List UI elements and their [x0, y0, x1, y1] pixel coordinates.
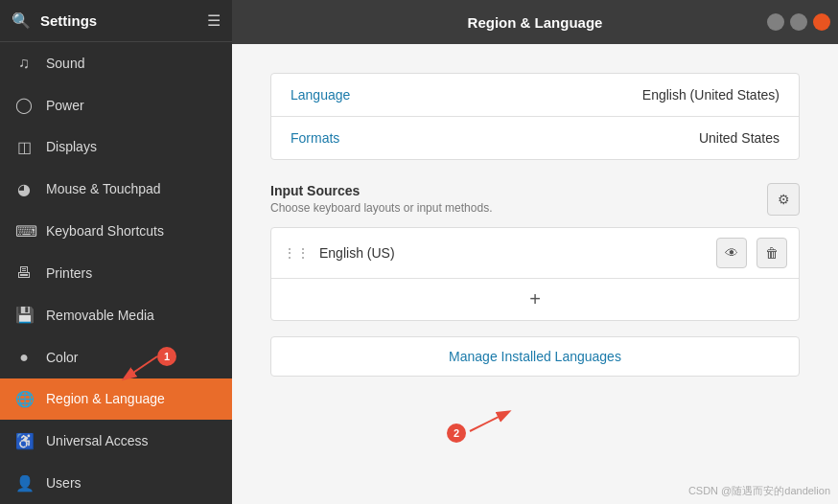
- minimize-button[interactable]: –: [767, 13, 784, 31]
- keyboard-icon: ⌨: [15, 222, 33, 241]
- section-title-group: Input Sources Choose keyboard layouts or…: [270, 183, 767, 215]
- add-input-source-button[interactable]: +: [271, 279, 799, 320]
- sidebar-item-label: Sound: [46, 56, 84, 71]
- language-formats-card: Language English (United States) Formats…: [270, 73, 800, 160]
- page-title: Region & Language: [468, 14, 603, 31]
- view-input-source-button[interactable]: 👁: [716, 238, 747, 268]
- sidebar-item-label: Removable Media: [46, 308, 154, 323]
- app-title: Settings: [40, 12, 198, 29]
- sidebar-item-color[interactable]: ● Color: [0, 336, 232, 378]
- input-sources-settings-button[interactable]: ⚙: [767, 183, 800, 216]
- sidebar-item-sound[interactable]: ♫ Sound: [0, 42, 232, 84]
- content-area: Language English (United States) Formats…: [232, 44, 838, 504]
- input-sources-subtitle: Choose keyboard layouts or input methods…: [270, 201, 767, 215]
- close-button[interactable]: ✕: [813, 13, 830, 31]
- language-row[interactable]: Language English (United States): [271, 74, 799, 117]
- sidebar-item-region[interactable]: 🌐 Region & Language: [0, 378, 232, 421]
- search-icon[interactable]: 🔍: [12, 11, 31, 30]
- sidebar-item-keyboard[interactable]: ⌨ Keyboard Shortcuts: [0, 210, 232, 252]
- sidebar-item-label: Power: [46, 98, 84, 113]
- drag-handle-icon: ⋮⋮: [283, 245, 310, 261]
- sidebar-header: 🔍 Settings ☰: [0, 0, 232, 42]
- language-value: English (United States): [642, 87, 780, 103]
- sidebar-item-label: Users: [46, 475, 81, 491]
- sidebar-item-label: Printers: [46, 265, 92, 281]
- gear-icon: ⚙: [778, 192, 790, 207]
- sidebar-item-universal[interactable]: ♿ Universal Access: [0, 420, 232, 462]
- remove-input-source-button[interactable]: 🗑: [757, 238, 787, 268]
- region-icon: 🌐: [15, 390, 33, 408]
- input-sources-card: ⋮⋮ English (US) 👁 🗑 +: [270, 227, 800, 321]
- sidebar-item-label: Keyboard Shortcuts: [46, 223, 164, 239]
- printer-icon: 🖶: [15, 264, 33, 282]
- formats-row[interactable]: Formats United States: [271, 117, 799, 159]
- sidebar-item-power[interactable]: ◯ Power: [0, 84, 232, 126]
- mouse-icon: ◕: [15, 180, 33, 198]
- formats-label: Formats: [291, 130, 699, 146]
- users-icon: 👤: [15, 474, 33, 493]
- trash-icon: 🗑: [765, 245, 779, 261]
- add-icon: +: [529, 288, 541, 310]
- input-sources-header: Input Sources Choose keyboard layouts or…: [270, 183, 800, 216]
- main-header: Region & Language – □ ✕: [232, 0, 838, 44]
- sidebar-item-removable[interactable]: 💾 Removable Media: [0, 294, 232, 336]
- sidebar-item-printers[interactable]: 🖶 Printers: [0, 252, 232, 294]
- sidebar-item-label: Mouse & Touchpad: [46, 181, 161, 196]
- formats-value: United States: [699, 130, 780, 146]
- sidebar-item-label: Region & Language: [46, 391, 165, 406]
- sidebar-item-users[interactable]: 👤 Users: [0, 462, 232, 504]
- menu-icon[interactable]: ☰: [207, 11, 221, 30]
- universal-icon: ♿: [15, 432, 33, 450]
- eye-icon: 👁: [725, 245, 738, 261]
- sidebar-item-label: Color: [46, 350, 78, 365]
- main-panel: Region & Language – □ ✕ Language English…: [232, 0, 838, 504]
- power-icon: ◯: [15, 96, 33, 114]
- manage-languages-button[interactable]: Manage Installed Languages: [270, 336, 800, 377]
- removable-icon: 💾: [15, 306, 33, 324]
- sidebar-item-label: Universal Access: [46, 433, 149, 448]
- language-label: Language: [291, 87, 642, 103]
- input-sources-title: Input Sources: [270, 183, 767, 198]
- sidebar-item-mouse[interactable]: ◕ Mouse & Touchpad: [0, 168, 232, 210]
- maximize-button[interactable]: □: [790, 13, 807, 31]
- window-controls: – □ ✕: [767, 13, 830, 31]
- sound-icon: ♫: [15, 55, 33, 72]
- sidebar: 🔍 Settings ☰ ♫ Sound ◯ Power ◫ Displays …: [0, 0, 232, 504]
- sidebar-item-displays[interactable]: ◫ Displays: [0, 126, 232, 169]
- input-source-row: ⋮⋮ English (US) 👁 🗑: [271, 228, 799, 279]
- displays-icon: ◫: [15, 138, 33, 156]
- input-source-name: English (US): [319, 245, 707, 261]
- sidebar-item-label: Displays: [46, 139, 97, 154]
- color-icon: ●: [15, 349, 33, 366]
